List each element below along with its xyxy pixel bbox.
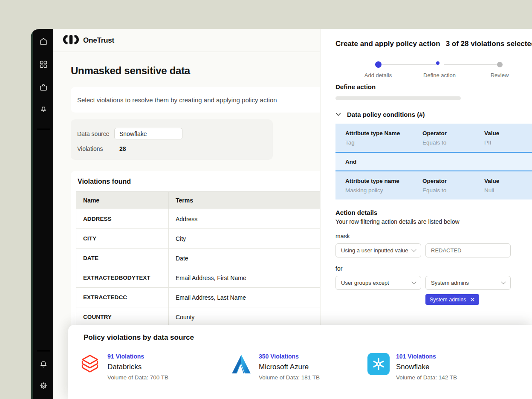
conditions-title: Data policy conditions (#) — [347, 111, 425, 118]
sidebar-item-workspace[interactable] — [38, 82, 49, 93]
condition-operator-value: Equals to — [422, 187, 484, 194]
step-dot-add-details[interactable] — [375, 61, 382, 68]
condition-attr-value: Masking policy — [345, 187, 422, 194]
step-connector — [382, 64, 437, 65]
step-label-add-details: Add details — [364, 72, 392, 78]
define-action-heading: Define action — [335, 83, 532, 90]
sidebar — [33, 29, 53, 399]
condition-row: Attribute type name Masking policy Opera… — [335, 171, 532, 200]
action-details-title: Action details — [335, 209, 532, 216]
chip-row: System admins ✕ — [335, 294, 532, 305]
data-source-volume: Volume of Data: 700 TB — [107, 374, 168, 381]
data-source-card-databricks[interactable]: 91 Violations Databricks Volume of Data:… — [79, 353, 230, 381]
for-value-select[interactable]: System admins — [425, 276, 511, 290]
violation-name-link[interactable]: COUNTRY — [76, 307, 169, 327]
brand: OneTrust — [63, 35, 114, 46]
conditions-block: Attribute type Name Tag Operator Equals … — [335, 124, 532, 200]
violation-name-link[interactable]: ADDRESS — [76, 209, 169, 229]
table-row: EXTRACTEDBODYTEXT Email Address, First N… — [76, 268, 321, 288]
violations-link[interactable]: 350 Violations — [259, 353, 320, 360]
remove-chip-icon[interactable]: ✕ — [470, 297, 475, 303]
page-title: Unmasked sensitive data — [71, 65, 320, 77]
for-label: for — [335, 265, 532, 272]
violation-terms: Date — [169, 249, 321, 268]
policy-violations-title: Policy violations by data source — [84, 333, 532, 342]
data-source-volume: Volume of Data: 142 TB — [396, 374, 457, 381]
azure-icon — [230, 353, 252, 375]
violation-name-link[interactable]: EXTRACTEDBODYTEXT — [76, 268, 169, 288]
violation-terms: City — [169, 229, 321, 249]
stepper: Add details Define action Review — [335, 55, 532, 81]
data-source-name: Databricks — [107, 363, 168, 371]
apps-grid-icon — [39, 60, 48, 69]
sidebar-item-settings[interactable] — [38, 380, 49, 391]
data-source-name: Snowflake — [396, 363, 457, 371]
condition-row: Attribute type Name Tag Operator Equals … — [335, 124, 532, 152]
sidebar-item-notifications[interactable] — [38, 359, 49, 370]
violations-table: Name Terms ADDRESS Address CITY City — [76, 191, 320, 327]
condition-value-label: Value — [484, 130, 532, 136]
sidebar-item-apps[interactable] — [38, 59, 49, 70]
violations-label: Violations — [77, 145, 114, 152]
panel-title: Create and apply policy action — [335, 40, 440, 48]
conditions-collapse-header[interactable]: Data policy conditions (#) — [335, 110, 532, 118]
data-source-label: Data source — [77, 130, 114, 137]
pushpin-icon — [39, 106, 48, 115]
table-row: EXTRACTEDCC Email Address, Last Name — [76, 288, 321, 307]
condition-operator-value: Equals to — [422, 139, 484, 146]
violations-count-row: Violations 28 — [77, 145, 266, 152]
brand-name: OneTrust — [83, 36, 114, 45]
violations-link[interactable]: 101 Violations — [396, 353, 457, 360]
databricks-icon — [79, 353, 101, 375]
violation-name-link[interactable]: DATE — [76, 249, 169, 268]
bell-icon — [39, 360, 48, 369]
violation-name-link[interactable]: EXTRACTEDCC — [76, 288, 169, 307]
step-dot-review[interactable] — [497, 62, 503, 67]
mask-value-input[interactable]: REDACTED — [425, 243, 511, 257]
step-label-review: Review — [491, 72, 509, 78]
for-value-value: System admins — [431, 280, 469, 286]
data-source-row: Data source Snowflake — [77, 128, 266, 139]
chevron-down-icon — [335, 110, 341, 118]
selection-status: 3 of 28 violations selected — [446, 40, 532, 48]
table-row: COUNTRY County — [76, 307, 321, 327]
violation-name-link[interactable]: CITY — [76, 229, 169, 249]
home-icon — [39, 37, 48, 46]
progress-bar — [335, 96, 461, 100]
sidebar-item-home[interactable] — [38, 36, 49, 47]
condition-value-label: Value — [484, 178, 532, 184]
for-method-select[interactable]: User groups except — [335, 276, 421, 290]
selected-group-chip: System admins ✕ — [425, 294, 479, 305]
mask-field-row: Using a user inputted value REDACTED — [335, 243, 532, 257]
column-header-name[interactable]: Name — [76, 192, 169, 209]
sidebar-divider-top — [37, 129, 50, 129]
chevron-down-icon — [411, 279, 416, 284]
action-details-subtitle: Your row filtering action details are li… — [335, 218, 532, 225]
data-source-input[interactable]: Snowflake — [114, 128, 182, 139]
for-method-value: User groups except — [341, 280, 389, 286]
data-source-card-azure[interactable]: 350 Violations Microsoft Azure Volume of… — [230, 353, 367, 381]
table-row: ADDRESS Address — [76, 209, 321, 229]
for-field-row: User groups except System admins — [335, 276, 532, 290]
violation-terms: County — [169, 307, 321, 327]
sidebar-item-pinned[interactable] — [38, 105, 49, 116]
policy-violations-card: Policy violations by data source 91 Viol… — [68, 325, 532, 399]
data-source-card-snowflake[interactable]: 101 Violations Snowflake Volume of Data:… — [367, 353, 532, 381]
condition-operator-label: Operator — [422, 178, 484, 184]
mask-method-select[interactable]: Using a user inputted value — [335, 243, 421, 257]
violations-found-card: Violations found Name Terms ADDRESS Addr… — [71, 171, 320, 350]
panel-title-row: Create and apply policy action 3 of 28 v… — [335, 40, 532, 48]
step-dot-define-action[interactable] — [436, 61, 439, 65]
condition-value-value: Null — [484, 187, 532, 194]
violations-link[interactable]: 91 Violations — [107, 353, 168, 360]
violations-found-title: Violations found — [76, 178, 320, 185]
summary-box: Data source Snowflake Violations 28 — [71, 119, 273, 160]
onetrust-logo-icon — [63, 35, 79, 46]
instruction-banner: Select violations to resolve them by cre… — [71, 87, 320, 113]
condition-attr-label: Attribute type name — [345, 178, 422, 184]
gear-icon — [39, 381, 48, 390]
column-header-terms[interactable]: Terms — [169, 192, 321, 209]
condition-operator-label: Operator — [422, 130, 484, 136]
violation-terms: Email Address, Last Name — [169, 288, 321, 307]
condition-attr-value: Tag — [345, 139, 422, 146]
